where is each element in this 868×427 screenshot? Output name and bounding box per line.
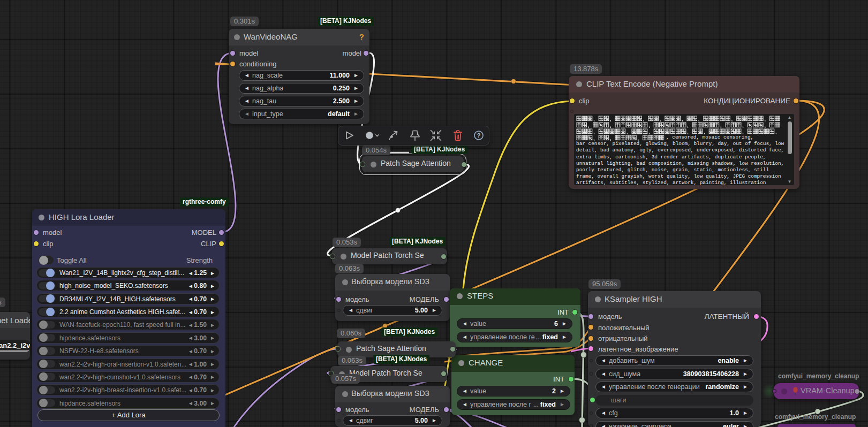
svg-text:?: ? — [477, 132, 480, 139]
